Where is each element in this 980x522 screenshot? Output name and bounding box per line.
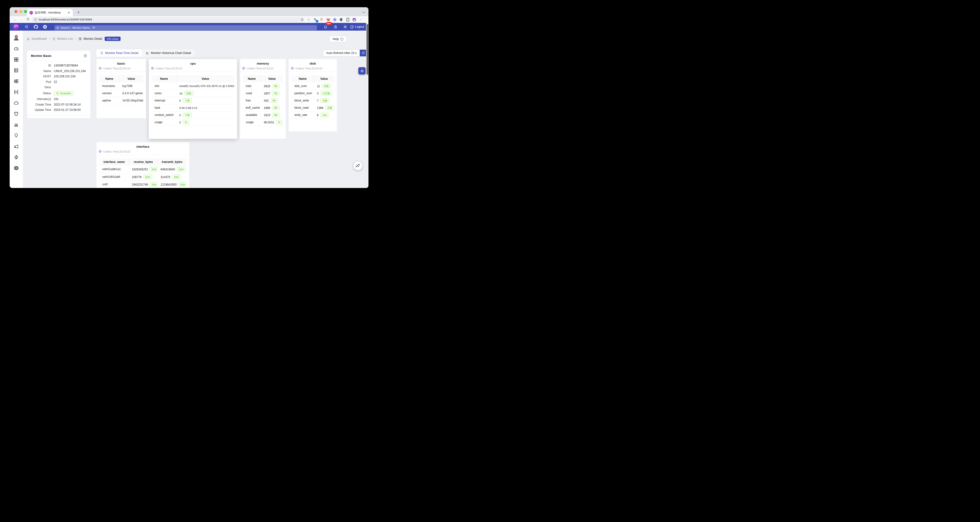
sidebar-item-dashboard[interactable] [13, 46, 19, 52]
field-label: Update Time [27, 108, 51, 111]
table-row: total3928Mb [243, 83, 283, 90]
extensions-puzzle-icon[interactable] [339, 17, 343, 21]
auto-refresh-button[interactable]: Auto Refresh After 23 s [323, 50, 360, 56]
sidebar-item-tags[interactable] [13, 154, 19, 160]
user-avatar-icon[interactable] [13, 35, 19, 41]
tab-close-icon[interactable]: ✕ [67, 11, 71, 14]
metric-table: interface_name receive_bytes transmit_by… [99, 158, 186, 188]
clock-icon [99, 67, 102, 70]
sidebar-item-custom[interactable] [13, 111, 19, 117]
github-icon[interactable] [34, 25, 38, 29]
sidebar-item-middleware[interactable] [13, 89, 19, 95]
metric-table: NameValue total3928Mbused1807Mbfree433Mb… [243, 75, 283, 126]
forward-button[interactable]: → [19, 17, 24, 22]
auto-refresh: Auto Refresh After 23 s [323, 50, 366, 56]
metric-table: NameValue infoIntel(R) Xeon(R) CPU E5-26… [152, 75, 234, 126]
magic-wand-icon [355, 163, 360, 168]
menu-fold-icon[interactable] [25, 25, 29, 29]
metric-card-memory: memory Collect Time:22:53:21 NameValue t… [240, 59, 286, 139]
metric-table: NameValue hostnametsy7296version5.4.0-13… [99, 75, 143, 104]
gitee-icon[interactable] [43, 25, 47, 29]
browser-tab[interactable]: 监控详情 - HertzBeat ✕ [27, 9, 73, 16]
sidebar-extension-icon[interactable] [346, 17, 350, 21]
browser-menu-icon[interactable]: ⋮ [359, 17, 363, 21]
site-info-icon[interactable]: i [34, 18, 37, 21]
back-button[interactable]: ← [13, 17, 18, 22]
lock-icon[interactable] [334, 25, 337, 29]
settings-gear-icon[interactable] [343, 25, 347, 29]
monitor-type-badge: OS Linux [105, 36, 120, 41]
sidebar-item-alert[interactable] [13, 122, 19, 128]
reload-button[interactable] [25, 17, 30, 22]
refresh-now-button[interactable] [360, 50, 366, 56]
tab-title: 监控详情 - HertzBeat [35, 11, 67, 14]
traffic-lights [14, 10, 27, 13]
table-row: hostnametsy7296 [99, 83, 143, 90]
bookmark-star-icon[interactable]: ☆ [307, 17, 310, 21]
table-row: block_write7块数 [291, 97, 334, 104]
page-settings-fab[interactable] [358, 67, 366, 75]
logout-button[interactable]: Logout [355, 25, 364, 29]
metric-table: NameValue disk_num11块数partition_num3分区数b… [291, 75, 334, 119]
detail-tabs: Monitor Real-Time Detail Monitor Histori… [97, 49, 195, 57]
browser-window: 监控详情 - HertzBeat ✕ + ← → i localhost:420… [10, 7, 369, 188]
search-input[interactable]: Search：Monitor Name、IP [54, 25, 317, 30]
field-label: Port [27, 80, 51, 84]
minimize-window-button[interactable] [19, 10, 22, 13]
search-placeholder: Search：Monitor Name、IP [61, 26, 95, 30]
sidebar-item-os[interactable] [13, 79, 19, 84]
scholarscope-extension-icon[interactable] [320, 17, 324, 21]
close-window-button[interactable] [14, 10, 18, 13]
help-label: Help [332, 37, 339, 41]
timer-extension-icon[interactable] [333, 17, 337, 21]
table-row: interrupt0个数 [152, 97, 234, 104]
translate-badge: 1 [316, 20, 318, 22]
sidebar-item-notice[interactable] [13, 144, 19, 149]
table-row: used1807Mb [243, 90, 283, 97]
browser-toolbar: ← → i localhost:4200/monitors/1430997155… [10, 16, 369, 23]
tab-historical-chart[interactable]: Monitor Historical Chart Detail [142, 49, 195, 57]
table-row: veth31a8b1a1: 1626345252byte 846319545by… [99, 165, 186, 173]
logout-icon[interactable] [350, 25, 354, 29]
profile-avatar[interactable] [352, 17, 356, 21]
sidebar-item-cloud[interactable] [13, 100, 19, 106]
table-row: version5.4.0-137-generic [99, 90, 143, 97]
search-icon [56, 27, 59, 29]
field-label: Name [27, 70, 51, 73]
collect-time: Collect Time:22:53:22 [103, 150, 130, 153]
breadcrumb-dashboard[interactable]: DashBoard [32, 37, 47, 40]
scrollbar-thumb[interactable] [366, 24, 368, 75]
tab-search-chevron-icon[interactable] [363, 10, 365, 15]
sidebar-item-language[interactable] [13, 165, 19, 171]
help-button[interactable]: Help ? [329, 36, 347, 42]
sidebar-item-server[interactable] [13, 68, 19, 73]
table-row: usage0% [152, 119, 234, 126]
clock-icon [151, 67, 154, 70]
tab-realtime-detail[interactable]: Monitor Real-Time Detail [97, 49, 142, 57]
magic-wand-fab[interactable] [353, 162, 362, 170]
breadcrumb-monitor-list[interactable]: Monitor List [57, 37, 73, 40]
hertzbeat-logo-icon[interactable] [13, 24, 19, 30]
translate-extension-icon[interactable]: 1 [313, 17, 317, 21]
zoom-window-button[interactable] [24, 10, 27, 13]
sidebar-item-app-dashboard[interactable] [13, 57, 19, 63]
sidebar-item-status[interactable] [13, 133, 19, 138]
table-row: usage46.0031% [243, 119, 283, 126]
table-row: block_read1366块数 [291, 104, 334, 111]
home-icon [27, 37, 30, 40]
address-bar[interactable]: i localhost:4200/monitors/14309971557606… [32, 17, 304, 22]
toolbar-actions: ☆ 1 ⋮ [300, 17, 363, 22]
collect-time: Collect Time:22:53:21 [247, 67, 274, 70]
table-row: available1819Mb [243, 111, 283, 119]
share-icon[interactable] [300, 17, 304, 21]
metamask-extension-icon[interactable] [326, 17, 330, 21]
table-row: infoIntel(R) Xeon(R) CPU E5-2670 v2 @ 2.… [152, 83, 234, 90]
notification-bell-icon[interactable] [324, 25, 328, 29]
clock-icon [291, 67, 294, 70]
question-circle-icon: ? [340, 38, 344, 41]
collapse-circle-icon[interactable] [83, 54, 87, 57]
window-scrollbar[interactable] [366, 23, 369, 188]
panel-footer [27, 115, 91, 118]
main-content: DashBoard / Monitor List / Monitor Detai… [23, 31, 369, 188]
new-tab-button[interactable]: + [75, 10, 81, 16]
